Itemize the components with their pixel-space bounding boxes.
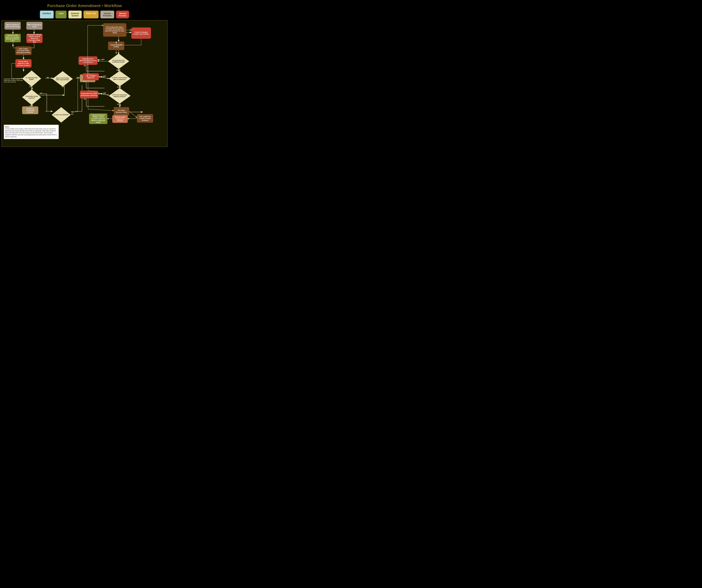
no-label-10: NO (84, 98, 86, 100)
routes-commodity-node: Routes to commodity reviewer (22, 106, 38, 114)
yes-label-7: YES (103, 92, 106, 94)
workflow-area: When Unordered Items are Received When C… (1, 20, 168, 147)
separation-note: Separation of duty reviewer added when i… (4, 78, 23, 88)
when-changing-node: When Changing an Order (26, 22, 42, 30)
contract-manager-node: Contract manager assigns and submits (131, 27, 151, 39)
tax-manager-node: Tax manager approves (83, 73, 99, 80)
is-order-less-diamond: Is order less than $5000? (22, 71, 41, 87)
svg-line-50 (99, 77, 109, 79)
legend-batch: Batch Job (83, 11, 99, 18)
legend-manual: ManualProcess (116, 11, 129, 18)
yes-label-4: YES (71, 111, 74, 113)
no-label-8: NO (84, 81, 86, 82)
is-order-over-diamond: Is order over $10,000? (52, 107, 71, 123)
unapproved-po-node: Unapproved PO created (108, 41, 124, 50)
legend-interface: Interface (40, 11, 54, 18)
budget-reviewer-node: Budget reviewer approves (budget review … (79, 56, 98, 65)
svg-line-57 (88, 109, 114, 111)
po-created-node: PO created with status Pending CM Assign… (103, 23, 126, 37)
yes-label-5: YES (102, 59, 105, 60)
legend-system: SystemFunction (100, 11, 114, 18)
vendor-sends-node: Vendor sends invoice or eInvoice (112, 115, 128, 123)
do-accounts-diamond: Do accounts have insufficient funds? (108, 53, 129, 69)
is-po-over-diamond: Is PO over transaction authority amount? (109, 88, 131, 104)
when-unordered-node: When Unordered Items are Received (4, 22, 21, 30)
legend-edoc: e-doc (55, 11, 67, 18)
does-account-diamond: Does account have C&G responsibility? (52, 71, 73, 87)
yes-label-2: YES (29, 86, 32, 88)
notes-box: Notes: If a fiscal officer (FO) creates … (4, 125, 59, 139)
payment-request-node: Payment Request (PREQ) created (requires… (89, 113, 107, 124)
yes-label-6: YES (103, 76, 106, 77)
receiver-adds-node: Receiver adds items to Line-Item Receivi… (4, 34, 21, 42)
no-label-3: NO (40, 93, 42, 94)
fiscal-officer-node: Fiscal officer approves; adds account nu… (15, 59, 31, 68)
svg-line-58 (129, 111, 137, 118)
no-label-7: NO (117, 86, 119, 88)
svg-line-54 (98, 94, 109, 95)
no-label-4: NO (71, 113, 73, 115)
legend: Interface e-doc ExternalSystem Batch Job… (1, 9, 168, 20)
is-po-nonresident-diamond: Is PO to a nonresident alien or employee… (109, 71, 131, 86)
po-status-open-node: PO status becomes Open (114, 107, 129, 116)
yes-label-1: YES (77, 77, 80, 78)
commodity-review-diamond: Commodity review required? (22, 90, 41, 105)
file-created-node: File created for vendor through SciQuest (137, 114, 153, 123)
kfs-creates-node: KFS creates Purchase Order Amendment (PO… (15, 46, 31, 55)
no-label-2: NO (62, 86, 64, 88)
no-label-6: NO (84, 65, 86, 67)
no-label-1: NO (47, 77, 49, 78)
legend-external: ExternalSystem (68, 11, 82, 18)
org-review-node: Organizational review (transaction autho… (80, 91, 98, 98)
no-label-9: NO (117, 104, 119, 105)
requisition-node: Requisition (REQS) initiator selects Ame… (26, 34, 42, 43)
page-title: Purchase Order Amendment • Workflow (1, 1, 168, 9)
